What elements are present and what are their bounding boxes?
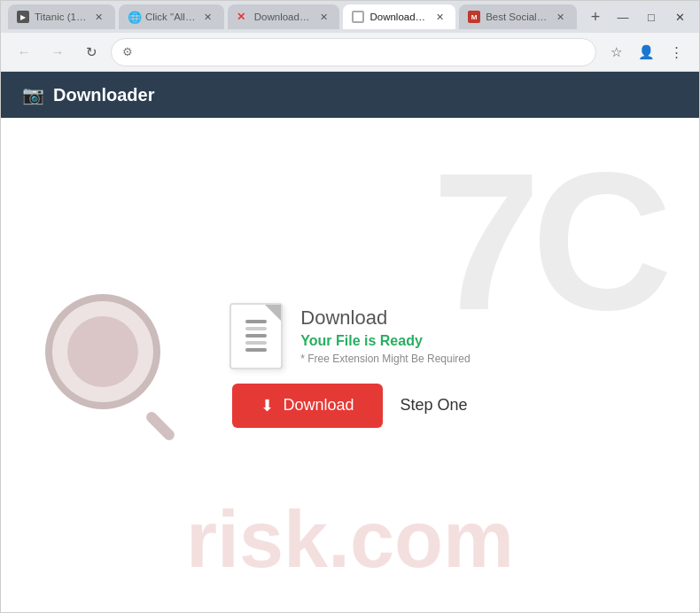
file-note-text: * Free Extension Might Be Required (300, 353, 470, 365)
tab-close-download-closed[interactable]: ✕ (316, 10, 331, 24)
magnifier-handle (144, 410, 177, 443)
downloader-title: Downloader (53, 85, 154, 105)
download-button-label: Download (283, 396, 354, 415)
zip-line-4 (245, 341, 267, 345)
main-area: 7C risk.com (1, 118, 699, 612)
downloader-header: 📷 Downloader (1, 72, 699, 118)
minimize-button[interactable]: — (611, 4, 635, 29)
buttons-row: ⬇ Download Step One (232, 384, 467, 428)
window-controls: — □ ✕ (611, 4, 692, 29)
tab-close-download-active[interactable]: ✕ (432, 10, 447, 24)
nav-bar: ← → ↻ ⚙ ☆ 👤 ⋮ (1, 33, 699, 72)
refresh-button[interactable]: ↻ (77, 38, 105, 66)
step-one-label: Step One (401, 396, 468, 415)
tab-icon-download-active (352, 11, 364, 23)
magnifier-inner (67, 316, 138, 387)
file-ready-text: Your File is Ready (300, 333, 470, 349)
tab-close-social[interactable]: ✕ (554, 10, 568, 24)
tab-titanic[interactable]: ▶ Titanic (1997 ✕ (8, 4, 115, 29)
file-info: Download Your File is Ready * Free Exten… (300, 306, 470, 365)
tab-icon-social: M (468, 11, 480, 23)
zip-line-1 (245, 320, 267, 323)
download-button[interactable]: ⬇ Download (232, 384, 382, 428)
menu-button[interactable]: ⋮ (662, 38, 690, 66)
address-bar[interactable]: ⚙ (111, 38, 596, 66)
nav-right-icons: ☆ 👤 ⋮ (602, 38, 690, 66)
tab-label-allow: Click "Allow" (145, 12, 196, 22)
new-tab-button[interactable]: + (584, 4, 607, 29)
camera-icon: 📷 (22, 84, 44, 105)
tab-download-active[interactable]: Download R... ✕ (343, 4, 455, 29)
tab-label-download-closed: Download cl... (254, 12, 312, 22)
maximize-button[interactable]: □ (639, 4, 664, 29)
tab-label-social: Best Social C... (486, 12, 548, 22)
zip-lines (245, 320, 267, 352)
tab-icon-download-closed: ✕ (237, 11, 249, 23)
watermark-risk: risk.com (186, 494, 514, 586)
page-content: 📷 Downloader 7C risk.com (1, 72, 699, 612)
zip-line-3 (245, 334, 267, 338)
bookmark-button[interactable]: ☆ (602, 38, 630, 66)
browser-window: ▶ Titanic (1997 ✕ 🌐 Click "Allow" ✕ ✕ Do… (0, 0, 700, 613)
download-title: Download (300, 306, 470, 330)
tab-close-allow[interactable]: ✕ (201, 10, 215, 24)
tab-icon-titanic: ▶ (17, 11, 29, 23)
zip-line-5 (245, 348, 267, 352)
tab-allow[interactable]: 🌐 Click "Allow" ✕ (119, 4, 224, 29)
tab-label-titanic: Titanic (1997 (35, 12, 87, 22)
zip-line-2 (245, 327, 267, 330)
forward-button[interactable]: → (43, 38, 72, 66)
magnifier-graphic (45, 294, 187, 436)
back-button[interactable]: ← (10, 38, 38, 66)
close-button[interactable]: ✕ (667, 4, 692, 29)
content-card: Download Your File is Ready * Free Exten… (229, 303, 470, 428)
tab-icon-allow: 🌐 (128, 11, 140, 23)
magnifier-circle (45, 294, 160, 409)
zip-file-icon (229, 303, 283, 369)
download-button-icon: ⬇ (261, 396, 274, 415)
file-preview-row: Download Your File is Ready * Free Exten… (229, 303, 470, 369)
address-bar-icon: ⚙ (122, 45, 133, 58)
profile-button[interactable]: 👤 (632, 38, 660, 66)
title-bar: ▶ Titanic (1997 ✕ 🌐 Click "Allow" ✕ ✕ Do… (1, 1, 699, 33)
tab-close-titanic[interactable]: ✕ (92, 10, 106, 24)
tab-social[interactable]: M Best Social C... ✕ (459, 4, 577, 29)
tab-label-download-active: Download R... (369, 12, 427, 22)
tab-download-closed[interactable]: ✕ Download cl... ✕ (228, 4, 340, 29)
